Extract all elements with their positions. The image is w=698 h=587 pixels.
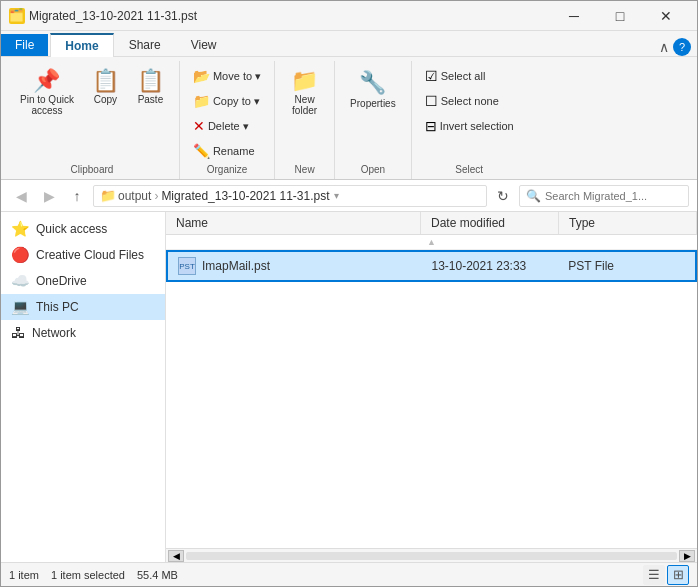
select-all-icon: ☑ — [425, 68, 438, 84]
ribbon-group-open: 🔧 Properties Open — [335, 61, 412, 179]
ribbon-group-new: 📁 Newfolder New — [275, 61, 335, 179]
sidebar-item-quick-access[interactable]: ⭐ Quick access — [1, 216, 165, 242]
maximize-button[interactable]: □ — [597, 1, 643, 31]
breadcrumb-bar[interactable]: 📁 output › Migrated_13-10-2021 11-31.pst… — [93, 185, 487, 207]
search-input[interactable] — [545, 190, 675, 202]
details-view-button[interactable]: ☰ — [643, 565, 665, 585]
open-label: Open — [361, 162, 385, 179]
horizontal-scrollbar[interactable]: ◀ ▶ — [166, 548, 697, 562]
sidebar-creative-cloud-label: Creative Cloud Files — [36, 248, 144, 262]
open-buttons: 🔧 Properties — [343, 61, 403, 162]
invert-selection-icon: ⊟ — [425, 118, 437, 134]
copy-label: Copy — [94, 94, 117, 105]
organize-label: Organize — [207, 162, 248, 179]
clipboard-buttons: 📌 Pin to Quickaccess 📋 Copy 📋 Paste — [13, 61, 171, 162]
scroll-right-button[interactable]: ▶ — [679, 550, 695, 562]
breadcrumb-separator-1: › — [154, 189, 158, 203]
onedrive-icon: ☁️ — [11, 272, 30, 290]
select-none-button[interactable]: ☐ Select none — [420, 90, 504, 112]
tab-file[interactable]: File — [1, 34, 48, 56]
new-label: New — [295, 162, 315, 179]
back-button[interactable]: ◀ — [9, 184, 33, 208]
rename-icon: ✏️ — [193, 143, 210, 159]
breadcrumb-dropdown-icon[interactable]: ▾ — [334, 190, 339, 201]
new-folder-button[interactable]: 📁 Newfolder — [284, 65, 325, 121]
status-bar: 1 item 1 item selected 55.4 MB ☰ ⊞ — [1, 562, 697, 586]
copy-button[interactable]: 📋 Copy — [85, 65, 126, 110]
sidebar-this-pc-label: This PC — [36, 300, 79, 314]
file-date-cell: 13-10-2021 23:33 — [422, 257, 559, 275]
organize-buttons: 📂 Move to ▾ 📁 Copy to ▾ ✕ Delete ▾ ✏️ Re… — [188, 61, 266, 162]
window-icon: 🗂️ — [9, 8, 25, 24]
select-buttons: ☑ Select all ☐ Select none ⊟ Invert sele… — [420, 61, 519, 162]
file-size: 55.4 MB — [137, 569, 178, 581]
properties-icon: 🔧 — [359, 70, 386, 96]
tab-home[interactable]: Home — [50, 33, 113, 57]
copy-icon: 📋 — [92, 70, 119, 92]
breadcrumb-output[interactable]: output — [118, 189, 151, 203]
invert-selection-label: Invert selection — [440, 120, 514, 132]
title-bar-left: 🗂️ Migrated_13-10-2021 11-31.pst — [9, 8, 197, 24]
tab-share[interactable]: Share — [114, 33, 176, 56]
this-pc-icon: 💻 — [11, 298, 30, 316]
large-icons-view-button[interactable]: ⊞ — [667, 565, 689, 585]
move-to-button[interactable]: 📂 Move to ▾ — [188, 65, 266, 87]
collapse-ribbon-button[interactable]: ∧ — [659, 39, 669, 55]
ribbon-group-select: ☑ Select all ☐ Select none ⊟ Invert sele… — [412, 61, 527, 179]
delete-button[interactable]: ✕ Delete ▾ — [188, 115, 254, 137]
sidebar-item-creative-cloud[interactable]: 🔴 Creative Cloud Files — [1, 242, 165, 268]
select-label: Select — [455, 162, 483, 179]
rename-button[interactable]: ✏️ Rename — [188, 140, 260, 162]
file-type-icon: PST — [178, 257, 196, 275]
breadcrumb-folder-icon: 📁 — [100, 188, 116, 203]
column-type[interactable]: Type — [559, 212, 697, 234]
forward-button[interactable]: ▶ — [37, 184, 61, 208]
paste-button[interactable]: 📋 Paste — [130, 65, 171, 110]
properties-button[interactable]: 🔧 Properties — [343, 65, 403, 114]
up-button[interactable]: ↑ — [65, 184, 89, 208]
title-bar-controls: ─ □ ✕ — [551, 1, 689, 31]
scroll-left-button[interactable]: ◀ — [168, 550, 184, 562]
pin-button[interactable]: 📌 Pin to Quickaccess — [13, 65, 81, 121]
sidebar-network-label: Network — [32, 326, 76, 340]
file-list-header: Name Date modified Type — [166, 212, 697, 235]
invert-selection-button[interactable]: ⊟ Invert selection — [420, 115, 519, 137]
scrollbar-track[interactable] — [186, 552, 677, 560]
search-bar[interactable]: 🔍 — [519, 185, 689, 207]
sidebar-item-network[interactable]: 🖧 Network — [1, 320, 165, 345]
select-all-button[interactable]: ☑ Select all — [420, 65, 491, 87]
status-left: 1 item 1 item selected 55.4 MB — [9, 569, 178, 581]
move-to-label: Move to ▾ — [213, 70, 261, 83]
file-type-cell: PST File — [558, 257, 695, 275]
file-name: ImapMail.pst — [202, 259, 270, 273]
title-bar: 🗂️ Migrated_13-10-2021 11-31.pst ─ □ ✕ — [1, 1, 697, 31]
select-none-label: Select none — [441, 95, 499, 107]
ribbon-group-clipboard: 📌 Pin to Quickaccess 📋 Copy 📋 Paste Clip… — [5, 61, 180, 179]
column-name[interactable]: Name — [166, 212, 421, 234]
paste-label: Paste — [138, 94, 164, 105]
new-folder-label: Newfolder — [292, 94, 317, 116]
ribbon-tabs: File Home Share View ∧ ? — [1, 31, 697, 57]
sidebar-item-onedrive[interactable]: ☁️ OneDrive — [1, 268, 165, 294]
copy-to-button[interactable]: 📁 Copy to ▾ — [188, 90, 265, 112]
sidebar-item-this-pc[interactable]: 💻 This PC — [1, 294, 165, 320]
close-button[interactable]: ✕ — [643, 1, 689, 31]
delete-label: Delete ▾ — [208, 120, 249, 133]
help-button[interactable]: ? — [673, 38, 691, 56]
file-name-cell: PST ImapMail.pst — [168, 255, 422, 277]
select-none-icon: ☐ — [425, 93, 438, 109]
address-bar: ◀ ▶ ↑ 📁 output › Migrated_13-10-2021 11-… — [1, 180, 697, 212]
minimize-button[interactable]: ─ — [551, 1, 597, 31]
refresh-button[interactable]: ↻ — [491, 184, 515, 208]
item-count: 1 item — [9, 569, 39, 581]
table-row[interactable]: PST ImapMail.pst 13-10-2021 23:33 PST Fi… — [166, 250, 697, 282]
new-buttons: 📁 Newfolder — [284, 61, 325, 162]
pin-icon: 📌 — [33, 70, 60, 92]
delete-icon: ✕ — [193, 118, 205, 134]
main-content: ⭐ Quick access 🔴 Creative Cloud Files ☁️… — [1, 212, 697, 562]
column-date[interactable]: Date modified — [421, 212, 559, 234]
ribbon-group-organize: 📂 Move to ▾ 📁 Copy to ▾ ✕ Delete ▾ ✏️ Re… — [180, 61, 275, 179]
copy-to-icon: 📁 — [193, 93, 210, 109]
breadcrumb-current[interactable]: Migrated_13-10-2021 11-31.pst — [161, 189, 329, 203]
tab-view[interactable]: View — [176, 33, 232, 56]
